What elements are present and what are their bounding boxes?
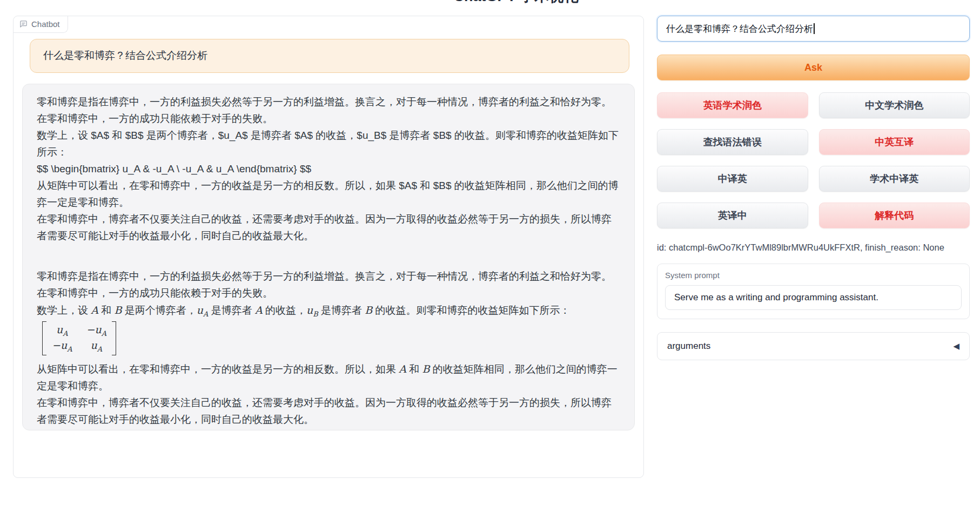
bot-paragraph: 在零和博弈中，博弈者不仅要关注自己的收益，还需要考虑对手的收益。因为一方取得的收… xyxy=(37,211,620,245)
page-title: ChatGPT 学术优化 xyxy=(26,0,980,6)
fn-button-academic-zh-to-en[interactable]: 学术中译英 xyxy=(819,166,970,192)
fn-button-zh-to-en[interactable]: 中译英 xyxy=(657,166,808,192)
ask-button[interactable]: Ask xyxy=(657,55,970,80)
chatbot-scroll-area[interactable]: 什么是零和博弈？结合公式介绍分析 零和博弈是指在博弈中，一方的利益损失必然等于另… xyxy=(14,16,643,477)
chatbot-label-text: Chatbot xyxy=(31,19,60,29)
chat-bubble-icon xyxy=(19,20,28,28)
bot-paragraph: 数学上，设 $A$ 和 $B$ 是两个博弈者，$u_A$ 是博弈者 $A$ 的收… xyxy=(37,127,620,161)
question-input[interactable]: 什么是零和博弈？结合公式介绍分析 xyxy=(657,16,970,42)
chatbot-panel: Chatbot 什么是零和博弈？结合公式介绍分析 零和博弈是指在博弈中，一方的利… xyxy=(13,16,644,478)
fn-button-en-to-zh[interactable]: 英译中 xyxy=(657,203,808,228)
fn-button-find-grammar-errors[interactable]: 查找语法错误 xyxy=(657,129,808,155)
bot-paragraph-math: 数学上，设 A 和 B 是两个博弈者，uA 是博弈者 A 的收益，uB 是博弈者… xyxy=(37,302,620,320)
user-message: 什么是零和博弈？结合公式介绍分析 xyxy=(30,39,629,73)
bot-answer-raw: 零和博弈是指在博弈中，一方的利益损失必然等于另一方的利益增益。换言之，对于每一种… xyxy=(37,94,620,245)
bot-paragraph: 零和博弈是指在博弈中，一方的利益损失必然等于另一方的利益增益。换言之，对于每一种… xyxy=(37,268,620,302)
system-prompt-card: System prompt xyxy=(657,264,970,319)
accordion-collapse-icon: ◀ xyxy=(953,341,959,351)
payoff-matrix: uA −uA −uA uA xyxy=(42,321,116,355)
fn-button-zh-en-mutual-translate[interactable]: 中英互译 xyxy=(819,129,970,155)
bot-message: 零和博弈是指在博弈中，一方的利益损失必然等于另一方的利益增益。换言之，对于每一种… xyxy=(22,84,635,430)
arguments-accordion-label: arguments xyxy=(667,341,710,352)
main-row: Chatbot 什么是零和博弈？结合公式介绍分析 零和博弈是指在博弈中，一方的利… xyxy=(13,16,970,478)
bot-paragraph: 在零和博弈中，博弈者不仅要关注自己的收益，还需要考虑对手的收益。因为一方取得的收… xyxy=(37,395,620,428)
bot-answer-rendered: 零和博弈是指在博弈中，一方的利益损失必然等于另一方的利益增益。换言之，对于每一种… xyxy=(37,268,620,428)
app-root: ChatGPT 学术优化 Chatbot 什么是零和博弈？结合公式介绍分析 零和… xyxy=(0,0,980,519)
bot-paragraph-math: 从矩阵中可以看出，在零和博弈中，一方的收益是另一方的相反数。所以，如果 A 和 … xyxy=(37,361,620,395)
function-button-grid: 英语学术润色 中文学术润色 查找语法错误 中英互译 中译英 学术中译英 英译中 … xyxy=(657,92,970,228)
fn-button-chinese-academic-polish[interactable]: 中文学术润色 xyxy=(819,92,970,118)
fn-button-explain-code[interactable]: 解释代码 xyxy=(819,203,970,228)
fn-button-english-academic-polish[interactable]: 英语学术润色 xyxy=(657,92,808,118)
arguments-accordion[interactable]: arguments ◀ xyxy=(657,332,970,360)
question-input-value: 什么是零和博弈？结合公式介绍分析 xyxy=(666,23,813,35)
bot-latex-formula: $$ \begin{bmatrix} u_A & -u_A \ -u_A & u… xyxy=(37,161,620,178)
status-line: id: chatcmpl-6wOo7KrYTwMl89lbrMWRu4UkFFX… xyxy=(657,242,970,253)
system-prompt-label: System prompt xyxy=(665,271,962,280)
matrix-bracket-left xyxy=(42,321,46,355)
bot-paragraph: 零和博弈是指在博弈中，一方的利益损失必然等于另一方的利益增益。换言之，对于每一种… xyxy=(37,94,620,127)
matrix-bracket-right xyxy=(112,321,116,355)
system-prompt-input[interactable] xyxy=(665,285,962,310)
chatbot-label: Chatbot xyxy=(14,16,68,33)
controls-column: 什么是零和博弈？结合公式介绍分析 Ask 英语学术润色 中文学术润色 查找语法错… xyxy=(657,16,970,478)
bot-paragraph: 从矩阵中可以看出，在零和博弈中，一方的收益是另一方的相反数。所以，如果 $A$ … xyxy=(37,178,620,211)
text-cursor xyxy=(814,23,815,34)
